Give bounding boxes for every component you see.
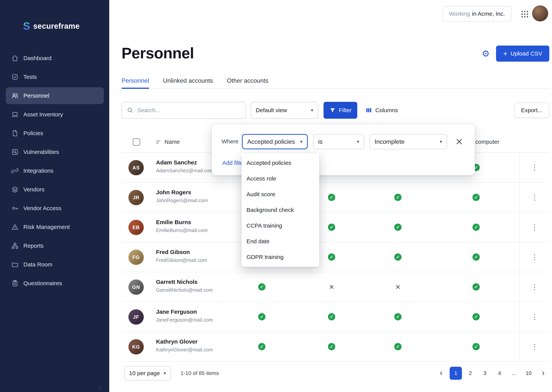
menu-item-end-date[interactable]: End date	[241, 233, 319, 249]
table-toolbar: Default view ▾ Filter Columns Export...	[109, 102, 552, 119]
avatar: GN	[128, 280, 144, 295]
sidebar-item-label: Tests	[23, 74, 37, 80]
filter-operator-select[interactable]: is ▾	[313, 134, 364, 149]
kebab-menu-icon[interactable]: ⋮	[531, 193, 538, 202]
personnel-name-cell: John Rogers JohnRogers@mail.com	[156, 189, 208, 203]
menu-item-gdpr-training[interactable]: GDPR training	[241, 249, 319, 265]
personnel-name-cell: Garrett Nichols GarrettNichols@mail.com	[156, 279, 213, 293]
filter-value-select[interactable]: Incomplete ▾	[370, 134, 447, 149]
sidebar-item-label: Asset Inventory	[23, 111, 63, 118]
sidebar-item-dashboard[interactable]: Dashboard	[6, 50, 104, 67]
sidebar-item-policies[interactable]: Policies	[6, 125, 104, 142]
row-actions: ⋮	[519, 332, 549, 361]
search-input[interactable]	[137, 107, 241, 113]
page-button-10[interactable]: 10	[523, 367, 535, 380]
personnel-email: AdamSanchez@mail.com	[156, 168, 213, 174]
filter-field-select[interactable]: Accepted policies ▾	[242, 134, 308, 149]
filter-button[interactable]: Filter	[324, 102, 357, 119]
menu-item-ccpa-training[interactable]: CCPA training	[241, 218, 319, 233]
export-button[interactable]: Export...	[514, 103, 549, 118]
status-icon: ✓	[328, 194, 335, 201]
page-buttons: ‹ 1 2 3 4 ... 10 ›	[435, 367, 549, 380]
status-icon: ✓	[328, 253, 335, 261]
menu-item-access-role[interactable]: Access role	[241, 171, 319, 186]
sidebar-item-vendor-access[interactable]: Vendor Access	[6, 200, 104, 217]
sidebar-item-data-room[interactable]: Data Room	[6, 256, 104, 273]
per-page-select[interactable]: 10 per page ▾	[124, 366, 171, 380]
close-icon[interactable]	[454, 136, 465, 147]
search-icon	[126, 107, 134, 114]
sidebar-item-tests[interactable]: Tests	[6, 69, 104, 85]
sidebar-item-risk-management[interactable]: Risk Management	[6, 219, 104, 235]
tab-other-accounts[interactable]: Other accounts	[227, 73, 269, 88]
sidebar-item-label: Integrations	[23, 168, 53, 174]
gear-icon[interactable]: ⚙	[479, 48, 492, 60]
apps-grid-icon[interactable]	[520, 9, 530, 19]
home-icon	[11, 54, 19, 62]
select-all-checkbox[interactable]	[133, 138, 140, 146]
personnel-name: Fred Gibson	[156, 249, 207, 255]
workspace-org: in Acme, Inc.	[472, 11, 505, 17]
kebab-menu-icon[interactable]: ⋮	[531, 163, 538, 172]
main-content: Working in Acme, Inc. Personnel ⚙ + Uplo…	[109, 0, 552, 392]
upload-csv-button[interactable]: + Upload CSV	[496, 46, 549, 62]
status-icon: ✓	[394, 194, 401, 201]
sidebar-item-label: Vendors	[23, 186, 44, 193]
page-button-3[interactable]: 3	[479, 367, 491, 380]
sidebar-item-asset-inventory[interactable]: Asset Inventory	[6, 106, 104, 123]
table-row[interactable]: FG Fred Gibson FredGibson@mail.com ✓ ✓ ✓…	[122, 242, 549, 272]
status-icon: ✓	[472, 313, 480, 320]
column-header-name[interactable]: Name	[164, 139, 180, 145]
kebab-menu-icon[interactable]: ⋮	[531, 313, 538, 321]
menu-item-accepted-policies[interactable]: Accepted policies	[241, 155, 319, 171]
user-avatar[interactable]	[532, 5, 548, 21]
sort-icon[interactable]	[155, 139, 162, 146]
status-icon: ✓	[394, 224, 401, 231]
tab-unlinked-accounts[interactable]: Unlinked accounts	[163, 73, 213, 88]
sidebar-item-label: Reports	[23, 243, 44, 249]
sidebar-item-personnel[interactable]: Personnel	[6, 87, 104, 104]
avatar: FG	[128, 250, 144, 265]
chevron-left-icon[interactable]: ‹	[435, 367, 447, 380]
brand-name: secureframe	[33, 22, 80, 30]
page-button-4[interactable]: 4	[493, 367, 506, 380]
kebab-menu-icon[interactable]: ⋮	[531, 223, 538, 231]
table-row[interactable]: EB Emilie Burns EmilieBurns@mail.com ✓ ✓…	[122, 212, 549, 242]
pagination-summary: 1-10 of 85 items	[181, 370, 219, 376]
sidebar-item-reports[interactable]: Reports	[6, 237, 104, 254]
status-icon: ✓	[258, 283, 265, 291]
table-row[interactable]: KG Kathryn Glover KathrynGlover@mail.com…	[122, 332, 549, 362]
users-icon	[11, 92, 19, 99]
avatar: AS	[128, 160, 144, 175]
page-ellipsis: ...	[508, 367, 520, 380]
tab-personnel[interactable]: Personnel	[122, 73, 149, 88]
page-button-1[interactable]: 1	[450, 367, 462, 380]
pagination: 10 per page ▾ 1-10 of 85 items ‹ 1 2 3 4…	[109, 366, 552, 380]
scan-icon	[11, 148, 19, 156]
view-select[interactable]: Default view ▾	[251, 102, 318, 119]
workspace-selector[interactable]: Working in Acme, Inc.	[443, 6, 511, 21]
personnel-name-cell: Emilie Burns EmilieBurns@mail.com	[156, 219, 208, 233]
checkbox-icon	[11, 73, 19, 81]
laptop-icon	[11, 111, 19, 118]
kebab-menu-icon[interactable]: ⋮	[531, 343, 538, 351]
table-row[interactable]: JR John Rogers JohnRogers@mail.com ✓ ✓ ✓…	[122, 182, 549, 212]
table-row[interactable]: JF Jane Ferguson JaneFerguson@mail.com ✓…	[122, 302, 549, 332]
menu-item-background-check[interactable]: Background check	[241, 202, 319, 218]
table-row[interactable]: GN Garrett Nichols GarrettNichols@mail.c…	[122, 272, 549, 302]
chevron-right-icon[interactable]: ›	[537, 367, 549, 380]
brand-logo[interactable]: secureframe	[23, 21, 80, 31]
menu-item-audit-score[interactable]: Audit score	[241, 186, 319, 202]
sidebar-item-integrations[interactable]: Integrations	[6, 162, 104, 179]
sidebar-item-vendors[interactable]: Vendors	[6, 181, 104, 198]
columns-button[interactable]: Columns	[365, 102, 398, 119]
row-actions: ⋮	[519, 272, 549, 302]
kebab-menu-icon[interactable]: ⋮	[531, 253, 538, 261]
column-header-computer[interactable]: computer	[475, 139, 499, 145]
page-button-2[interactable]: 2	[464, 367, 477, 380]
kebab-menu-icon[interactable]: ⋮	[531, 283, 538, 291]
personnel-email: FredGibson@mail.com	[156, 257, 207, 263]
tab-bar: Personnel Unlinked accounts Other accoun…	[122, 73, 549, 89]
sidebar-item-vulnerabilities[interactable]: Vulnerabilities	[6, 144, 104, 161]
sidebar-item-questionnaires[interactable]: Questionnaires	[6, 275, 104, 292]
